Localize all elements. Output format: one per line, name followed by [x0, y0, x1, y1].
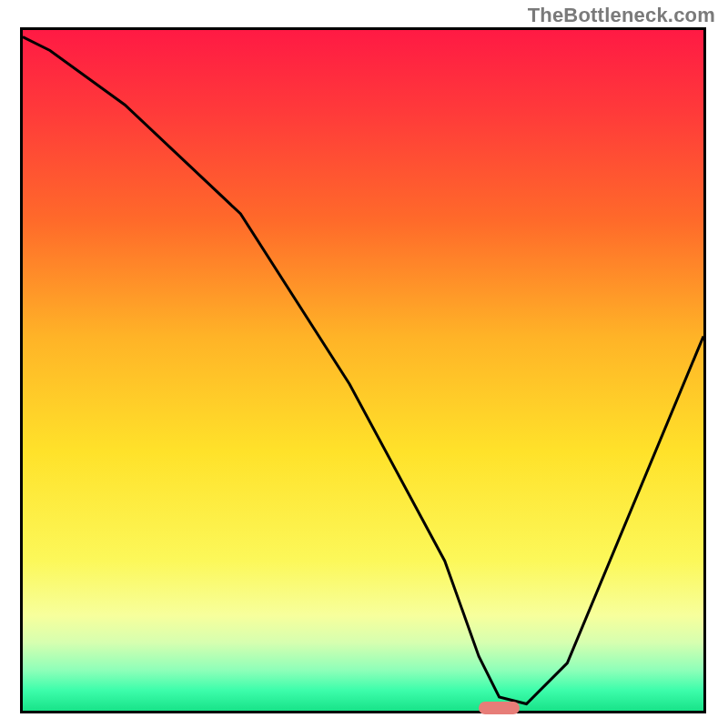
bottleneck-chart	[23, 30, 703, 711]
watermark-text: TheBottleneck.com	[528, 4, 715, 27]
optimal-marker	[479, 702, 520, 714]
gradient-background	[23, 30, 703, 711]
